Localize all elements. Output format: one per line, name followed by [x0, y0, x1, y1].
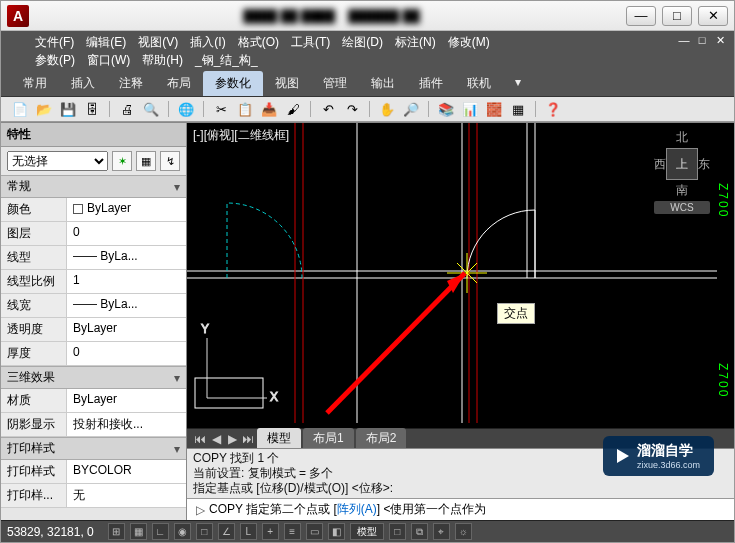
open-icon[interactable]: 📂	[35, 100, 53, 118]
section-general[interactable]: 常规▾	[1, 175, 186, 198]
sheet-last-icon[interactable]: ⏭	[241, 432, 255, 446]
menu-tool[interactable]: 工具(T)	[291, 33, 330, 51]
sheet-tab-layout1[interactable]: 布局1	[303, 428, 354, 449]
publish-icon[interactable]: 🌐	[177, 100, 195, 118]
section-3deffects[interactable]: 三维效果▾	[1, 366, 186, 389]
dyn-icon[interactable]: +	[262, 523, 279, 540]
copy-icon[interactable]: 📋	[236, 100, 254, 118]
prop-thickness[interactable]: 0	[67, 342, 186, 365]
ducs-icon[interactable]: L	[240, 523, 257, 540]
maximize-button[interactable]: □	[662, 6, 692, 26]
chevron-icon: ▾	[174, 180, 180, 194]
toggle-b-icon[interactable]: ⧉	[411, 523, 428, 540]
redo-icon[interactable]: ↷	[343, 100, 361, 118]
properties-icon[interactable]: 📊	[461, 100, 479, 118]
tab-view[interactable]: 视图	[263, 71, 311, 96]
prop-shadow[interactable]: 投射和接收...	[67, 413, 186, 436]
ortho-icon[interactable]: ∟	[152, 523, 169, 540]
menu-edit[interactable]: 编辑(E)	[86, 33, 126, 51]
polar-icon[interactable]: ◉	[174, 523, 191, 540]
quick-select-icon[interactable]: ✶	[112, 151, 132, 171]
view-cube[interactable]: 北 西 上 东 南 WCS	[654, 129, 710, 214]
toggle-d-icon[interactable]: ☼	[455, 523, 472, 540]
close-button[interactable]: ✕	[698, 6, 728, 26]
menu-dimension[interactable]: 标注(N)	[395, 33, 436, 51]
ribbon-expand-icon[interactable]: ▾	[503, 71, 533, 96]
command-input-row[interactable]: ▷ COPY 指定第二个点或 [阵列(A)] <使用第一个点作为	[187, 498, 734, 520]
tab-parametric[interactable]: 参数化	[203, 71, 263, 96]
tab-annotate[interactable]: 注释	[107, 71, 155, 96]
menu-view[interactable]: 视图(V)	[138, 33, 178, 51]
preview-icon[interactable]: 🔍	[142, 100, 160, 118]
menu-insert[interactable]: 插入(I)	[190, 33, 225, 51]
menu-modify[interactable]: 修改(M)	[448, 33, 490, 51]
sheet-first-icon[interactable]: ⏮	[193, 432, 207, 446]
prop-plotstyle-table[interactable]: 无	[67, 484, 186, 507]
cut-icon[interactable]: ✂	[212, 100, 230, 118]
table-icon[interactable]: ▦	[509, 100, 527, 118]
zoom-icon[interactable]: 🔎	[402, 100, 420, 118]
pan-icon[interactable]: ✋	[378, 100, 396, 118]
model-button[interactable]: 模型	[350, 523, 384, 540]
sc-icon[interactable]: ◧	[328, 523, 345, 540]
tab-layout[interactable]: 布局	[155, 71, 203, 96]
block-icon[interactable]: 🧱	[485, 100, 503, 118]
section-plotstyle[interactable]: 打印样式▾	[1, 437, 186, 460]
prop-linetype[interactable]: —— ByLa...	[67, 246, 186, 269]
doc-max-button[interactable]: □	[694, 33, 710, 47]
coords-readout[interactable]: 53829, 32181, 0	[7, 525, 102, 539]
prop-lineweight[interactable]: —— ByLa...	[67, 294, 186, 317]
prop-layer[interactable]: 0	[67, 222, 186, 245]
tab-insert[interactable]: 插入	[59, 71, 107, 96]
menu-param[interactable]: 参数(P)	[35, 51, 75, 69]
menu-file[interactable]: 文件(F)	[35, 33, 74, 51]
print-icon[interactable]: 🖨	[118, 100, 136, 118]
menu-help[interactable]: 帮助(H)	[142, 51, 183, 69]
selection-dropdown[interactable]: 无选择	[7, 151, 108, 171]
minimize-button[interactable]: —	[626, 6, 656, 26]
qp-icon[interactable]: ▭	[306, 523, 323, 540]
prop-material[interactable]: ByLayer	[67, 389, 186, 412]
sheet-next-icon[interactable]: ▶	[225, 432, 239, 446]
toggle-c-icon[interactable]: ⌖	[433, 523, 450, 540]
tab-manage[interactable]: 管理	[311, 71, 359, 96]
drawing-canvas[interactable]: [-][俯视][二维线框]	[187, 123, 734, 428]
menu-window[interactable]: 窗口(W)	[87, 51, 130, 69]
menu-draw[interactable]: 绘图(D)	[342, 33, 383, 51]
sheet-prev-icon[interactable]: ◀	[209, 432, 223, 446]
snap-icon[interactable]: ⊞	[108, 523, 125, 540]
select-objects-icon[interactable]: ▦	[136, 151, 156, 171]
tab-output[interactable]: 输出	[359, 71, 407, 96]
doc-min-button[interactable]: —	[676, 33, 692, 47]
menu-steel[interactable]: _钢_结_构_	[195, 51, 258, 69]
sheet-tab-model[interactable]: 模型	[257, 428, 301, 449]
prop-ltscale[interactable]: 1	[67, 270, 186, 293]
paste-icon[interactable]: 📥	[260, 100, 278, 118]
doc-close-button[interactable]: ✕	[712, 33, 728, 47]
prop-plotstyle[interactable]: BYCOLOR	[67, 460, 186, 483]
matchprop-icon[interactable]: 🖌	[284, 100, 302, 118]
lwt-icon[interactable]: ≡	[284, 523, 301, 540]
tab-online[interactable]: 联机	[455, 71, 503, 96]
sheet-tab-layout2[interactable]: 布局2	[356, 428, 407, 449]
new-icon[interactable]: 📄	[11, 100, 29, 118]
prop-transparency[interactable]: ByLayer	[67, 318, 186, 341]
layer-icon[interactable]: 📚	[437, 100, 455, 118]
prop-color[interactable]: ByLayer	[67, 198, 186, 221]
pick-add-icon[interactable]: ↯	[160, 151, 180, 171]
wcs-label[interactable]: WCS	[654, 201, 710, 214]
osnap-icon[interactable]: □	[196, 523, 213, 540]
command-input[interactable]: COPY 指定第二个点或 [阵列(A)] <使用第一个点作为	[209, 499, 730, 520]
toggle-a-icon[interactable]: □	[389, 523, 406, 540]
save-icon[interactable]: 💾	[59, 100, 77, 118]
command-history[interactable]: COPY 找到 1 个 当前设置: 复制模式 = 多个 指定基点或 [位移(D)…	[187, 449, 734, 498]
otrack-icon[interactable]: ∠	[218, 523, 235, 540]
tab-home[interactable]: 常用	[11, 71, 59, 96]
grid-icon[interactable]: ▦	[130, 523, 147, 540]
view-label[interactable]: [-][俯视][二维线框]	[193, 127, 289, 144]
menu-format[interactable]: 格式(O)	[238, 33, 279, 51]
tab-plugin[interactable]: 插件	[407, 71, 455, 96]
help-icon[interactable]: ❓	[544, 100, 562, 118]
undo-icon[interactable]: ↶	[319, 100, 337, 118]
saveas-icon[interactable]: 🗄	[83, 100, 101, 118]
